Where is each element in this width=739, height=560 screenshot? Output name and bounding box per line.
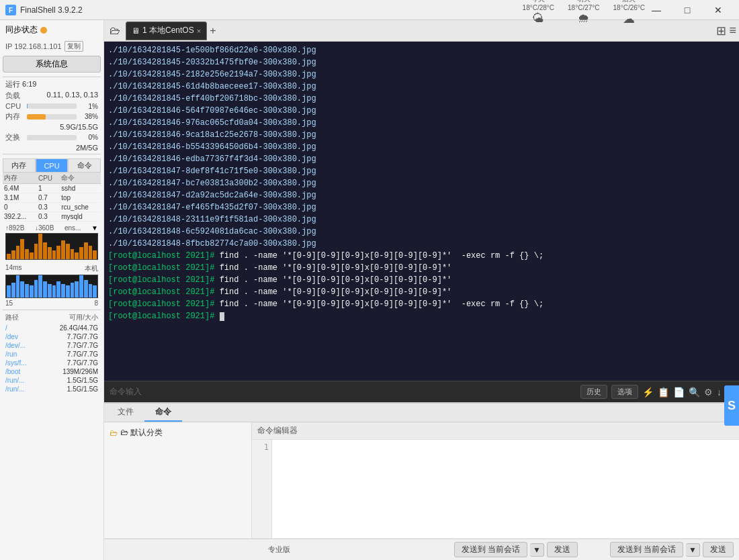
tab-cpu[interactable]: CPU [36,158,69,172]
disk-info: 7.7G/7.7G [67,333,98,340]
mem-detail-value: 5.9G/15.5G [60,123,98,131]
cursor [220,312,224,321]
swap-label: 交换 [5,132,24,142]
terminal-line: ./10/1634281846-9ca18a1c25e2678-300x380.… [108,129,735,141]
disk-path: /run/... [5,377,24,384]
disk-info: 26.4G/44.7G [60,324,98,332]
send-to-dropdown[interactable]: ▼ [530,543,544,557]
weather-today-icon: 🌤 [532,11,544,26]
option-button[interactable]: 选项 [611,385,638,399]
terminal-line: ./10/1634281846-564f70987e646ec-300x380.… [108,105,735,117]
terminal-line: [root@localhost 2021]# find . -name '*[0… [108,262,735,274]
maximize-button[interactable]: □ [672,0,703,20]
disk-info: 7.7G/7.7G [67,351,98,358]
traffic-bar [75,252,79,259]
sidebar: 同步状态 IP 192.168.1.101 复制 系统信息 运行 6:19 负载… [0,20,104,560]
traffic-bar [43,242,47,259]
cpu-label: CPU [5,102,24,110]
default-category[interactable]: 🗁 🗁 默认分类 [107,425,249,440]
weather-tomorrow-icon: 🌧 [578,11,590,26]
sys-info-button[interactable]: 系统信息 [3,56,101,73]
lightning-icon-btn[interactable]: ⚡ [642,387,654,398]
code-area[interactable] [272,440,739,539]
traffic-bar [84,242,88,259]
disk-info: 7.7G/7.7G [67,342,98,349]
disk-path: /run/... [5,385,24,393]
latency-bar [43,281,47,297]
line-1: 1 [255,442,269,452]
col-cmd: 命令 [60,173,101,184]
latency-bar [52,285,56,297]
default-category-label: 🗁 默认分类 [120,427,163,438]
latency-section: 14ms 本机 15 8 [3,263,101,308]
cpu-progress-bg [27,103,77,109]
right-send-to-button[interactable]: 发送到 当前会话 [610,542,683,557]
process-table: 内存 CPU 命令 6.4M1sshd3.1M0.7top00.3rcu_sch… [3,173,101,222]
cmd-input-bar: 命令输入 历史 选项 ⚡ 📋 📄 🔍 ⚙ ↓ ⊡ [104,381,739,402]
proc-cmd: rcu_sche [60,203,101,212]
bottom-panel: 文件 命令 🗁 🗁 默认分类 命令编辑器 1 [104,402,739,560]
latency-bar [25,284,29,297]
load-label: 负载 [5,91,20,101]
cmd-placeholder[interactable]: 命令输入 [110,386,575,398]
weather-dayafter-temp: 18°C/26°C [613,4,645,11]
line-numbers: 1 [252,440,272,539]
close-tab-button[interactable]: × [197,27,201,35]
disk-info: 139M/296M [62,368,98,375]
cpu-value: 1% [79,103,98,110]
tab-cmd[interactable]: 命令 [68,158,101,172]
ip-text: IP 192.168.1.101 [5,42,62,50]
tab-commands[interactable]: 命令 [144,404,182,422]
title-bar: F FinalShell 3.9.2.2 今天 18°C/28°C 🌤 明天 1… [0,0,739,20]
traffic-bar [11,250,15,259]
menu-icon[interactable]: ≡ [729,24,736,38]
load-row: 负载 0.11, 0.13, 0.13 [3,90,101,101]
traffic-bar [89,246,93,259]
weather-tomorrow: 明天 18°C/27°C 🌧 [568,0,599,26]
copy-icon-btn[interactable]: 📋 [658,387,669,398]
traffic-header: ↑892B ↓360B ens... ▼ [5,224,98,232]
terminal-line: ./10/1634281847-8def8f41c71f5e0-300x380.… [108,165,735,177]
traffic-bar [25,249,29,259]
tab-bar-right: ⊞ ≡ [716,24,736,38]
traffic-bar [66,244,70,259]
swap-detail-row: 2M/5G [3,143,101,152]
history-button[interactable]: 历史 [580,385,607,399]
copy-ip-button[interactable]: 复制 [64,41,83,52]
minimize-button[interactable]: — [641,0,672,20]
terminal[interactable]: ./10/1634281845-1e500bf866d22e6-300x380.… [104,42,739,381]
latency-bar [34,280,38,297]
terminal-line: ./10/1634281848-8fbcb82774c7a00-300x380.… [108,238,735,250]
folder-button[interactable]: 🗁 [107,22,123,40]
bottom-action-bar: 专业版 发送到 当前会话 ▼ 发送 发送到 当前会话 ▼ 发送 [104,539,739,560]
doc-icon-btn[interactable]: 📄 [673,387,685,398]
grid-view-icon[interactable]: ⊞ [716,24,726,38]
process-tabs: 内存 CPU 命令 [3,158,101,173]
right-send-to-dropdown[interactable]: ▼ [686,543,700,557]
right-send-button[interactable]: 发送 [703,542,734,557]
bottom-content: 🗁 🗁 默认分类 命令编辑器 1 [104,422,739,539]
pro-label: 专业版 [268,545,290,555]
right-area: 🗁 🖥 1 本地CentOS × + ⊞ ≡ ./10/1634281845-1… [104,20,739,560]
traffic-dropdown-btn[interactable]: ▼ [91,224,98,232]
latency-bar [16,275,20,297]
s-logo[interactable]: S [724,385,739,426]
close-button[interactable]: ✕ [703,0,734,20]
send-to-button[interactable]: 发送到 当前会话 [454,542,527,557]
new-tab-button[interactable]: + [207,25,218,37]
latency-header: 14ms 本机 [5,264,98,273]
weather-dayafter-icon: ☁ [623,11,635,26]
gear-icon-btn[interactable]: ⚙ [704,387,713,398]
cpu-progress-fill [27,103,28,109]
search-icon-btn[interactable]: 🔍 [689,387,700,398]
session-tab[interactable]: 🖥 1 本地CentOS × [126,21,207,40]
traffic-down: ↓360B [35,224,54,232]
download-icon-btn[interactable]: ↓ [717,387,722,398]
terminal-line: ./10/1634281847-ef465fb435d2f07-300x380.… [108,201,735,214]
tab-mem[interactable]: 内存 [3,158,36,172]
tab-files[interactable]: 文件 [107,404,144,422]
proc-cpu: 1 [37,184,60,193]
traffic-bar [93,250,97,259]
terminal-line: ./10/1634281846-b5543396450d6b4-300x380.… [108,141,735,153]
send-button[interactable]: 发送 [547,542,578,557]
